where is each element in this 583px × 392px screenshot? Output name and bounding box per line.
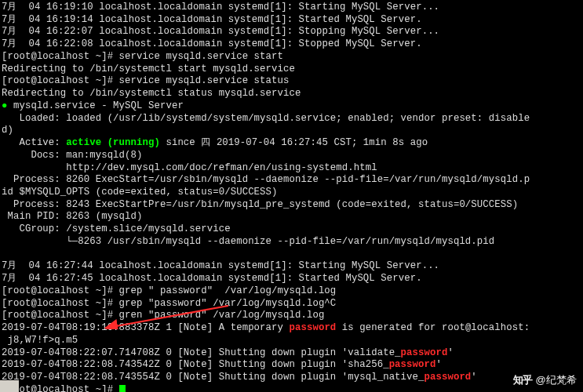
- terminal-line: 7月 04 16:27:45 localhost.localdomain sys…: [2, 273, 581, 285]
- text-segment: [root@localhost ~]# grep " password" /va…: [2, 285, 336, 296]
- text-segment: └─8263 /usr/sbin/mysqld --daemonize --pi…: [2, 236, 494, 247]
- watermark-author: @纪梵希: [535, 374, 577, 387]
- text-segment: ': [435, 359, 441, 370]
- text-segment: 7月 04 16:27:45 localhost.localdomain sys…: [2, 273, 422, 284]
- text-segment: CGroup: /system.slice/mysqld.service: [2, 223, 231, 234]
- text-segment: password: [401, 347, 448, 358]
- text-segment: [root@localhost ~]# gren "password" /var…: [2, 310, 324, 321]
- terminal-line: Process: 8260 ExecStart=/usr/sbin/mysqld…: [2, 174, 581, 187]
- terminal-line: Docs: man:mysqld(8): [2, 150, 581, 162]
- text-segment: Loaded: loaded (/usr/lib/systemd/system/…: [2, 113, 530, 124]
- text-segment: Process: 8243 ExecStartPre=/usr/bin/mysq…: [2, 199, 518, 210]
- text-segment: Redirecting to /bin/systemctl start mysq…: [2, 64, 295, 74]
- terminal-line: ● mysqld.service - MySQL Server: [2, 100, 581, 113]
- text-segment: ': [447, 347, 453, 358]
- terminal-line: └─8263 /usr/sbin/mysqld --daemonize --pi…: [2, 236, 581, 249]
- terminal-line: [root@localhost ~]#: [2, 384, 581, 392]
- text-segment: 7月 04 16:22:08 localhost.localdomain sys…: [2, 38, 422, 49]
- text-segment: [2, 249, 7, 260]
- terminal-line: 7月 04 16:22:08 localhost.localdomain sys…: [2, 38, 581, 51]
- text-segment: Docs: man:mysqld(8): [2, 150, 143, 161]
- text-segment: http://dev.mysql.com/doc/refman/en/using…: [2, 162, 377, 173]
- terminal-line: 7月 04 16:19:10 localhost.localdomain sys…: [2, 2, 581, 14]
- terminal-line: [root@localhost ~]# service mysqld.servi…: [2, 51, 581, 64]
- text-segment: 7月 04 16:22:07 localhost.localdomain sys…: [2, 26, 439, 37]
- terminal-line: [2, 249, 581, 261]
- text-segment: since 四 2019-07-04 16:27:45 CST; 1min 8s…: [160, 137, 428, 148]
- terminal-line: [root@localhost ~]# service mysqld.servi…: [2, 75, 581, 88]
- terminal-line: [root@localhost ~]# grep " password" /va…: [2, 285, 581, 298]
- text-segment: [root@localhost ~]# service mysqld.servi…: [2, 75, 290, 86]
- text-segment: Process: 8260 ExecStart=/usr/sbin/mysqld…: [2, 174, 530, 185]
- terminal-line: 2019-07-04T08:19:10.883378Z 1 [Note] A t…: [2, 322, 581, 335]
- text-segment: is generated for root@localhost:: [336, 322, 530, 333]
- text-segment: password: [290, 322, 337, 333]
- selection-highlight: [0, 380, 19, 392]
- cursor-icon: [119, 385, 126, 392]
- text-segment: [root@localhost ~]#: [2, 384, 119, 392]
- text-segment: 7月 04 16:27:44 localhost.localdomain sys…: [2, 260, 439, 271]
- text-segment: j8,W7!f>q.m5: [2, 335, 78, 346]
- text-segment: password: [389, 359, 436, 370]
- terminal-line: Loaded: loaded (/usr/lib/systemd/system/…: [2, 113, 581, 125]
- text-segment: 7月 04 16:19:10 localhost.localdomain sys…: [2, 2, 439, 13]
- text-segment: 2019-07-04T08:22:07.714708Z 0 [Note] Shu…: [2, 347, 401, 358]
- watermark: 知乎 @纪梵希: [513, 374, 577, 387]
- terminal-line: 7月 04 16:27:44 localhost.localdomain sys…: [2, 260, 581, 273]
- terminal-output: 7月 04 16:19:10 localhost.localdomain sys…: [0, 0, 583, 392]
- text-segment: mysqld.service - MySQL Server: [7, 100, 183, 111]
- text-segment: ': [471, 372, 476, 383]
- zhihu-logo-icon: 知乎: [513, 374, 532, 387]
- text-segment: [root@localhost ~]# grep "password" /var…: [2, 298, 336, 309]
- terminal-line: Redirecting to /bin/systemctl status mys…: [2, 88, 581, 100]
- text-segment: id $MYSQLD_OPTS (code=exited, status=0/S…: [2, 187, 278, 198]
- text-segment: 2019-07-04T08:22:08.743542Z 0 [Note] Shu…: [2, 359, 389, 370]
- terminal-line: Active: active (running) since 四 2019-07…: [2, 137, 581, 150]
- text-segment: d): [2, 125, 13, 136]
- text-segment: 2019-07-04T08:22:08.743554Z 0 [Note] Shu…: [2, 372, 424, 383]
- text-segment: Redirecting to /bin/systemctl status mys…: [2, 88, 301, 99]
- terminal-line: Redirecting to /bin/systemctl start mysq…: [2, 64, 581, 76]
- text-segment: Main PID: 8263 (mysqld): [2, 211, 143, 222]
- text-segment: active (running): [66, 137, 160, 148]
- terminal-line: Process: 8243 ExecStartPre=/usr/bin/mysq…: [2, 199, 581, 212]
- terminal-line: 2019-07-04T08:22:07.714708Z 0 [Note] Shu…: [2, 347, 581, 360]
- terminal-line: 2019-07-04T08:22:08.743554Z 0 [Note] Shu…: [2, 372, 581, 384]
- terminal-line: j8,W7!f>q.m5: [2, 335, 581, 347]
- terminal-line: d): [2, 125, 581, 137]
- text-segment: 2019-07-04T08:19:10.883378Z 1 [Note] A t…: [2, 322, 290, 333]
- terminal-line: [root@localhost ~]# gren "password" /var…: [2, 310, 581, 322]
- text-segment: 7月 04 16:19:14 localhost.localdomain sys…: [2, 14, 422, 25]
- text-segment: Active:: [2, 137, 66, 148]
- text-segment: [root@localhost ~]# service mysqld.servi…: [2, 51, 283, 62]
- terminal-line: 7月 04 16:22:07 localhost.localdomain sys…: [2, 26, 581, 38]
- terminal-line: id $MYSQLD_OPTS (code=exited, status=0/S…: [2, 187, 581, 199]
- terminal-line: Main PID: 8263 (mysqld): [2, 211, 581, 223]
- text-segment: password: [424, 372, 472, 383]
- terminal-line: 7月 04 16:19:14 localhost.localdomain sys…: [2, 14, 581, 27]
- terminal-line: http://dev.mysql.com/doc/refman/en/using…: [2, 162, 581, 175]
- terminal-line: CGroup: /system.slice/mysqld.service: [2, 223, 581, 236]
- terminal-line: 2019-07-04T08:22:08.743542Z 0 [Note] Shu…: [2, 359, 581, 372]
- terminal-line: [root@localhost ~]# grep "password" /var…: [2, 298, 581, 310]
